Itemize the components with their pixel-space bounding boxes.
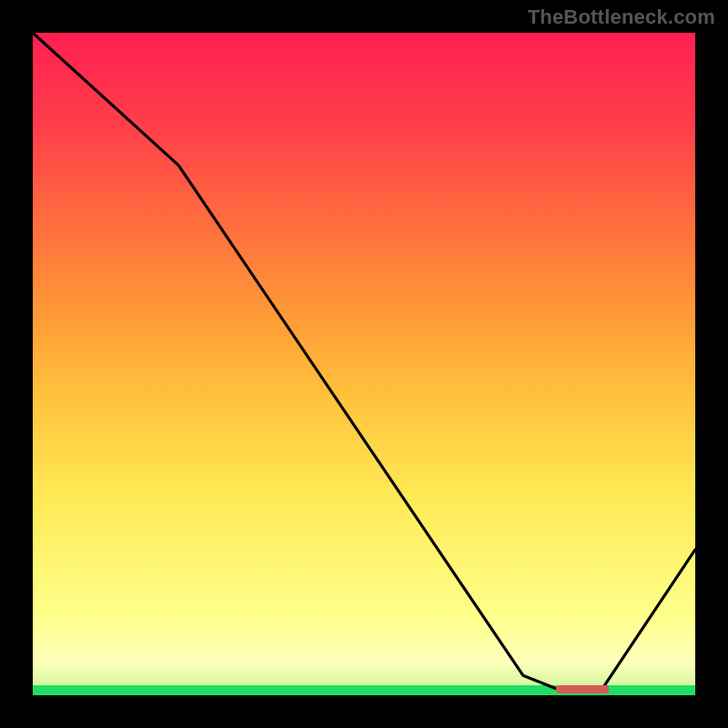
bottleneck-curve bbox=[33, 33, 695, 695]
watermark-text: TheBottleneck.com bbox=[528, 5, 715, 29]
chart-frame: TheBottleneck.com bbox=[0, 0, 728, 728]
plot-area bbox=[33, 33, 695, 695]
optimal-range-marker bbox=[556, 685, 609, 693]
